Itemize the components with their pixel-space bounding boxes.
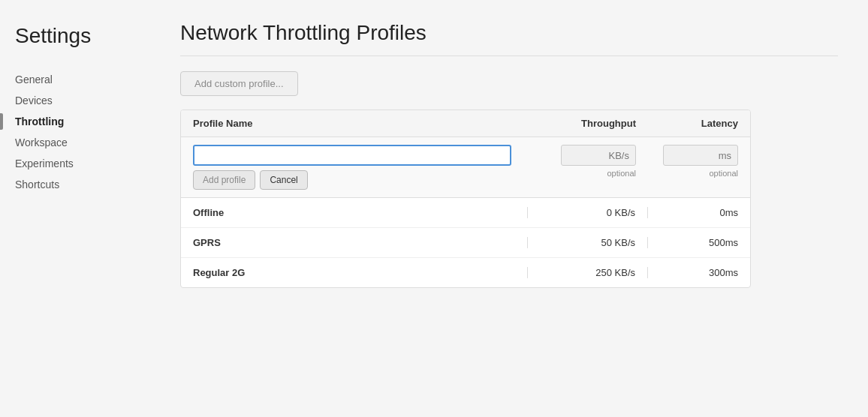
sidebar-item-workspace[interactable]: Workspace bbox=[15, 132, 150, 153]
add-profile-input-row: Add profile Cancel optional optional bbox=[181, 137, 750, 198]
page-title: Network Throttling Profiles bbox=[180, 21, 838, 45]
sidebar-item-experiments[interactable]: Experiments bbox=[15, 153, 150, 174]
row-offline-throughput: 0 KB/s bbox=[528, 207, 648, 218]
throughput-input-wrap: optional bbox=[528, 145, 648, 178]
col-header-throughput: Throughput bbox=[528, 118, 648, 129]
col-header-profile-name: Profile Name bbox=[193, 118, 528, 129]
table-row: Regular 2G 250 KB/s 300ms bbox=[181, 258, 750, 287]
sidebar-item-devices[interactable]: Devices bbox=[15, 90, 150, 111]
table-row: Offline 0 KB/s 0ms bbox=[181, 198, 750, 228]
table-row: GPRS 50 KB/s 500ms bbox=[181, 228, 750, 258]
add-custom-profile-button[interactable]: Add custom profile... bbox=[180, 71, 298, 96]
settings-title: Settings bbox=[15, 24, 150, 48]
row-gprs-name: GPRS bbox=[193, 237, 528, 248]
sidebar: Settings General Devices Throttling Work… bbox=[0, 0, 150, 417]
profile-name-input[interactable] bbox=[193, 145, 511, 166]
latency-optional-label: optional bbox=[709, 169, 738, 178]
sidebar-item-shortcuts[interactable]: Shortcuts bbox=[15, 174, 150, 195]
input-actions: Add profile Cancel bbox=[193, 170, 528, 190]
main-content: Network Throttling Profiles Add custom p… bbox=[150, 0, 868, 417]
row-gprs-throughput: 50 KB/s bbox=[528, 237, 648, 248]
row-gprs-latency: 500ms bbox=[648, 237, 738, 248]
table-header: Profile Name Throughput Latency bbox=[181, 110, 750, 137]
row-offline-latency: 0ms bbox=[648, 207, 738, 218]
throughput-input[interactable] bbox=[561, 145, 636, 166]
profile-table: Profile Name Throughput Latency Add prof… bbox=[180, 110, 751, 288]
row-regular2g-latency: 300ms bbox=[648, 267, 738, 278]
sidebar-nav: General Devices Throttling Workspace Exp… bbox=[15, 69, 150, 195]
divider bbox=[180, 56, 838, 56]
col-header-latency: Latency bbox=[648, 118, 738, 129]
cancel-button[interactable]: Cancel bbox=[260, 170, 307, 190]
profile-name-input-wrap: Add profile Cancel bbox=[193, 145, 528, 190]
row-regular2g-name: Regular 2G bbox=[193, 267, 528, 278]
row-offline-name: Offline bbox=[193, 207, 528, 218]
add-profile-button[interactable]: Add profile bbox=[193, 170, 255, 190]
sidebar-item-general[interactable]: General bbox=[15, 69, 150, 90]
sidebar-item-throttling[interactable]: Throttling bbox=[15, 111, 150, 132]
latency-input-wrap: optional bbox=[648, 145, 738, 178]
throughput-optional-label: optional bbox=[607, 169, 636, 178]
row-regular2g-throughput: 250 KB/s bbox=[528, 267, 648, 278]
latency-input[interactable] bbox=[663, 145, 738, 166]
